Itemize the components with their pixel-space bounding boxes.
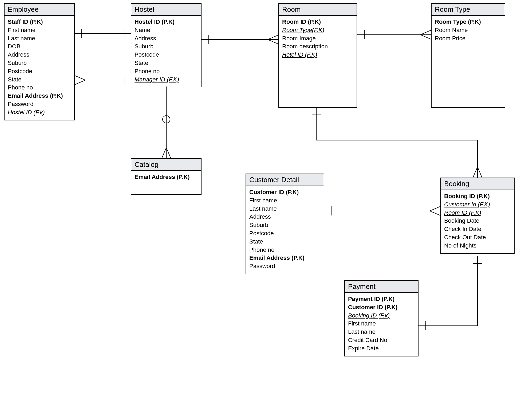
attribute: Suburb [135,42,198,51]
entity-catalog: Catalog Email Address (P.K) [131,158,202,195]
attribute: Last name [8,34,71,43]
attribute: Booking Date [444,217,511,225]
attribute: Email Address (P.K) [135,173,198,181]
attribute: Postcode [8,67,71,76]
entity-room: Room Room ID (P.K)Room Type(F.K)Room Ima… [278,3,357,108]
attribute: No of Nights [444,242,511,250]
entity-body: Email Address (P.K) [131,171,201,185]
attribute: Room ID (P.K) [282,18,353,26]
attribute: Phone no [8,84,71,92]
entity-body: Customer ID (P.K)First nameLast nameAddr… [246,186,324,274]
attribute: Room description [282,42,353,51]
attribute: Booking ID (P.K) [444,192,511,201]
attribute: Booking ID (F.k) [348,312,415,320]
attribute: Email Address (P.K) [8,92,71,100]
attribute: Room Type(F.K) [282,26,353,34]
attribute: Customer Id (F.K) [444,201,511,209]
entity-title: Payment [345,281,418,293]
entity-title: Room Type [432,4,505,16]
entity-employee: Employee Staff ID (P.K)First nameLast na… [4,3,75,120]
attribute: State [8,76,71,84]
entity-title: Hostel [131,4,201,16]
attribute: Password [249,262,321,270]
entity-title: Employee [5,4,74,16]
entity-body: Hostel ID (P.K)NameAddressSuburbPostcode… [131,16,201,87]
entity-customer: Customer Detail Customer ID (P.K)First n… [246,174,324,274]
attribute: Password [8,100,71,108]
attribute: Customer ID (P.K) [348,303,415,312]
attribute: Room Name [435,26,502,34]
attribute: Room Type (P.K) [435,18,502,26]
attribute: Staff ID (P.K) [8,18,71,26]
entity-title: Room [279,4,357,16]
attribute: Room ID (F.K) [444,209,511,217]
attribute: DOB [8,42,71,51]
attribute: Address [249,213,321,221]
entity-roomtype: Room Type Room Type (P.K)Room NameRoom P… [431,3,505,108]
entity-booking: Booking Booking ID (P.K)Customer Id (F.K… [440,178,515,254]
entity-title: Customer Detail [246,174,324,186]
attribute: Phone no [249,246,321,254]
attribute: Check Out Date [444,233,511,242]
attribute: Last name [249,205,321,213]
svg-point-10 [163,116,170,123]
attribute: State [249,238,321,246]
attribute: Hostel ID (P.K) [135,18,198,26]
attribute: First name [249,197,321,205]
attribute: State [135,59,198,67]
attribute: Name [135,26,198,34]
entity-body: Staff ID (P.K)First nameLast nameDOBAddr… [5,16,74,120]
attribute: First name [348,320,415,328]
attribute: Customer ID (P.K) [249,188,321,197]
attribute: Room Image [282,34,353,43]
entity-hostel: Hostel Hostel ID (P.K)NameAddressSuburbP… [131,3,202,87]
attribute: Address [8,51,71,59]
attribute: Expire Date [348,344,415,353]
entity-body: Room ID (P.K)Room Type(F.K)Room ImageRoo… [279,16,357,62]
attribute: Credit Card No [348,336,415,344]
entity-title: Booking [441,178,514,190]
attribute: Phone no [135,67,198,76]
attribute: Postcode [249,229,321,238]
attribute: First name [8,26,71,34]
attribute: Check In Date [444,225,511,233]
attribute: Postcode [135,51,198,59]
entity-body: Room Type (P.K)Room NameRoom Price [432,16,505,46]
attribute: Hotel ID (F.K) [282,51,353,59]
attribute: Address [135,34,198,43]
attribute: Email Address (P.K) [249,254,321,262]
entity-payment: Payment Payment ID (P.K)Customer ID (P.K… [344,280,419,356]
attribute: Hostel ID (F.k) [8,108,71,117]
attribute: Last name [348,328,415,336]
entity-body: Payment ID (P.K)Customer ID (P.K)Booking… [345,293,418,356]
entity-body: Booking ID (P.K)Customer Id (F.K)Room ID… [441,190,514,253]
attribute: Manager ID (F.K) [135,76,198,84]
attribute: Payment ID (P.K) [348,295,415,303]
attribute: Room Price [435,34,502,43]
attribute: Suburb [249,221,321,229]
entity-title: Catalog [131,159,201,171]
attribute: Suburb [8,59,71,67]
